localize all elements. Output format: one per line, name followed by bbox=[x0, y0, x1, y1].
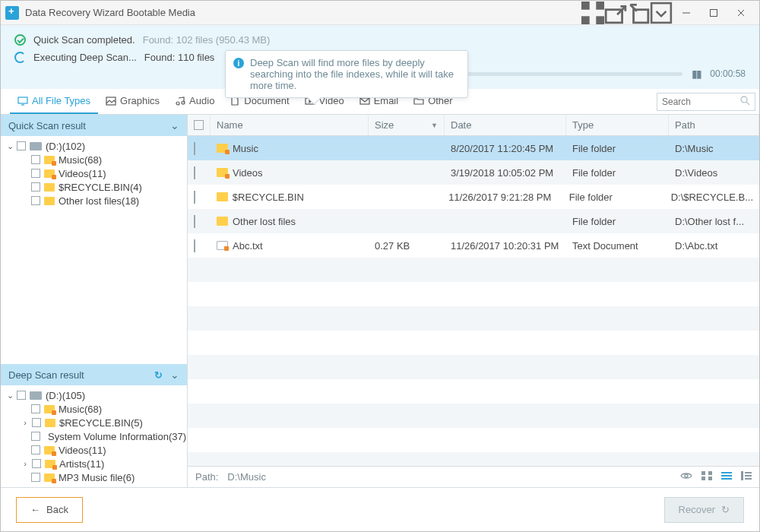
checkbox[interactable] bbox=[31, 473, 40, 482]
info-icon: i bbox=[233, 58, 244, 68]
checkbox[interactable] bbox=[32, 418, 41, 427]
checkbox[interactable] bbox=[31, 169, 40, 178]
tree-item[interactable]: Videos(11) bbox=[1, 443, 187, 457]
file-row[interactable]: Music8/20/2017 11:20:45 PMFile folderD:\… bbox=[188, 136, 759, 160]
checkbox[interactable] bbox=[31, 196, 40, 205]
file-name: Music bbox=[233, 143, 258, 154]
recover-icon: ↻ bbox=[721, 504, 730, 515]
filter-audio[interactable]: Audio bbox=[167, 89, 222, 114]
close-button[interactable] bbox=[727, 2, 755, 24]
svg-rect-6 bbox=[651, 3, 671, 23]
empty-row bbox=[188, 306, 759, 331]
file-row[interactable]: Other lost filesFile folderD:\Other lost… bbox=[188, 209, 759, 233]
back-button[interactable]: ← Back bbox=[16, 497, 83, 523]
file-row[interactable]: $RECYCLE.BIN11/26/2017 9:21:28 PMFile fo… bbox=[188, 185, 759, 209]
sort-desc-icon: ▼ bbox=[431, 122, 438, 129]
svg-rect-22 bbox=[708, 471, 712, 475]
folder-icon bbox=[44, 405, 55, 413]
qr-icon[interactable] bbox=[581, 2, 604, 24]
svg-rect-2 bbox=[581, 16, 590, 24]
search-icon[interactable] bbox=[740, 96, 750, 108]
svg-line-19 bbox=[746, 102, 749, 105]
checkbox[interactable] bbox=[31, 432, 40, 441]
svg-rect-29 bbox=[745, 472, 752, 473]
expand-toggle[interactable]: › bbox=[21, 459, 30, 468]
filter-graphics[interactable]: Graphics bbox=[98, 89, 167, 114]
file-type: File folder bbox=[566, 143, 669, 154]
tree-item[interactable]: Music(68) bbox=[1, 402, 187, 416]
tree-item[interactable]: ›Artists(11) bbox=[1, 457, 187, 470]
check-icon bbox=[14, 34, 26, 46]
grid-large-icon[interactable] bbox=[701, 471, 712, 483]
quick-scan-status: Quick Scan completed. Found: 102 files (… bbox=[1, 30, 759, 50]
empty-row bbox=[188, 258, 759, 282]
svg-point-18 bbox=[741, 97, 747, 103]
quick-scan-label: Quick Scan completed. bbox=[33, 34, 135, 46]
recover-button[interactable]: Recover ↻ bbox=[664, 497, 744, 523]
folder-icon bbox=[44, 156, 55, 164]
filter-all[interactable]: All File Types bbox=[10, 89, 98, 114]
preview-icon[interactable] bbox=[680, 471, 692, 483]
quick-scan-section-header[interactable]: Quick Scan result ⌄ bbox=[1, 115, 187, 136]
checkbox[interactable] bbox=[17, 141, 26, 150]
folder-icon bbox=[44, 169, 55, 178]
checkbox[interactable] bbox=[31, 182, 40, 192]
tree-drive-root[interactable]: ⌄ (D:)(102) bbox=[1, 139, 187, 153]
chevron-down-icon[interactable]: ⌄ bbox=[170, 369, 179, 381]
dropdown-square-icon[interactable] bbox=[650, 2, 673, 24]
import-icon[interactable] bbox=[627, 2, 650, 24]
checkbox[interactable] bbox=[194, 215, 195, 228]
checkbox[interactable] bbox=[194, 239, 195, 252]
collapse-toggle[interactable]: ⌄ bbox=[5, 391, 14, 401]
header-checkbox[interactable] bbox=[188, 115, 211, 135]
checkbox[interactable] bbox=[31, 404, 40, 413]
file-row[interactable]: Abc.txt0.27 KB11/26/2017 10:20:31 PMText… bbox=[188, 233, 759, 258]
quick-scan-tree: ⌄ (D:)(102) Music(68) Videos(11) $RECYCL… bbox=[1, 136, 187, 211]
list-view-icon[interactable] bbox=[721, 471, 732, 483]
header-path[interactable]: Path bbox=[669, 115, 759, 135]
file-date: 11/26/2017 9:21:28 PM bbox=[442, 192, 563, 203]
header-size[interactable]: Size▼ bbox=[369, 115, 445, 135]
checkbox[interactable] bbox=[32, 459, 41, 468]
tree-item[interactable]: $RECYCLE.BIN(4) bbox=[1, 180, 187, 194]
header-date[interactable]: Date bbox=[445, 115, 566, 135]
file-type: File folder bbox=[566, 167, 669, 179]
maximize-button[interactable] bbox=[700, 2, 727, 24]
file-name: $RECYCLE.BIN bbox=[233, 192, 304, 203]
file-path: D:\Videos bbox=[669, 167, 759, 179]
minimize-button[interactable] bbox=[673, 2, 700, 24]
checkbox[interactable] bbox=[194, 166, 195, 179]
header-type[interactable]: Type bbox=[566, 115, 669, 135]
svg-rect-8 bbox=[711, 9, 717, 16]
checkbox[interactable] bbox=[31, 445, 40, 454]
checkbox[interactable] bbox=[194, 191, 195, 204]
expand-toggle[interactable]: › bbox=[21, 418, 30, 427]
svg-rect-26 bbox=[721, 475, 732, 477]
checkbox[interactable] bbox=[17, 391, 26, 400]
refresh-icon[interactable]: ↻ bbox=[154, 369, 163, 381]
detail-view-icon[interactable] bbox=[741, 471, 752, 483]
checkbox[interactable] bbox=[194, 142, 195, 155]
tree-item[interactable]: MP3 Music file(6) bbox=[1, 470, 187, 484]
empty-row bbox=[188, 404, 759, 428]
deep-scan-found: Found: 110 files bbox=[144, 52, 215, 63]
tree-drive-root[interactable]: ⌄ (D:)(105) bbox=[1, 388, 187, 402]
elapsed-time: 00:00:58 bbox=[710, 68, 746, 79]
deep-scan-section-header[interactable]: Deep Scan result ↻ ⌄ bbox=[1, 364, 187, 385]
header-name[interactable]: Name bbox=[211, 115, 369, 135]
tree-item[interactable]: ›$RECYCLE.BIN(5) bbox=[1, 416, 187, 429]
svg-rect-30 bbox=[745, 475, 752, 477]
tree-item[interactable]: Videos(11) bbox=[1, 166, 187, 180]
collapse-toggle[interactable]: ⌄ bbox=[5, 141, 14, 151]
tree-item[interactable]: Music(68) bbox=[1, 153, 187, 166]
tree-item[interactable]: Other lost files(18) bbox=[1, 194, 187, 207]
export-icon[interactable] bbox=[604, 2, 627, 24]
chevron-down-icon[interactable]: ⌄ bbox=[170, 119, 179, 131]
file-row[interactable]: Videos3/19/2018 10:05:02 PMFile folderD:… bbox=[188, 160, 759, 185]
checkbox[interactable] bbox=[31, 155, 40, 164]
empty-row bbox=[188, 428, 759, 452]
tree-item[interactable]: System Volume Information(37) bbox=[1, 429, 187, 443]
empty-row bbox=[188, 379, 759, 404]
tooltip-text: Deep Scan will find more files by deeply… bbox=[250, 57, 460, 91]
pause-button[interactable]: ▮▮ bbox=[692, 68, 701, 80]
